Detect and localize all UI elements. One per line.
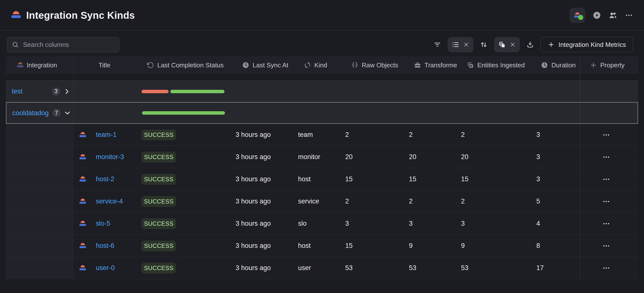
- column-label: Last Sync At: [252, 61, 288, 69]
- row-title-link[interactable]: service-4: [96, 198, 123, 205]
- column-label: Raw Objects: [362, 61, 398, 69]
- entities-ingested-value: 2: [461, 124, 465, 146]
- clear-cards-button[interactable]: [510, 41, 516, 48]
- group-link[interactable]: cooldatadog: [12, 109, 49, 117]
- completion-status-bar: [142, 111, 225, 115]
- row-menu-button[interactable]: [599, 213, 614, 235]
- cards-icon: [498, 41, 506, 49]
- row-title-link[interactable]: slo-5: [96, 220, 110, 227]
- status-bar-segment-failure: [142, 90, 169, 93]
- column-label: Last Completion Status: [157, 61, 224, 69]
- duration-value: 17: [536, 257, 544, 279]
- column-label: Property: [600, 61, 624, 69]
- table-row-user-0[interactable]: user-0SUCCESS3 hours agouser53535317: [6, 257, 638, 279]
- group-row-cooldatadog[interactable]: cooldatadog7: [6, 102, 638, 124]
- more-icon: [602, 175, 610, 183]
- group-row-test[interactable]: test3: [6, 80, 638, 102]
- download-button[interactable]: [526, 41, 534, 49]
- column-header-integration[interactable]: Integration: [17, 56, 57, 74]
- row-menu-button[interactable]: [599, 235, 614, 257]
- more-icon: [602, 131, 610, 139]
- column-header-last-completion-status[interactable]: Last Completion Status: [147, 56, 224, 74]
- status-badge: SUCCESS: [142, 196, 176, 207]
- table-row-host-2[interactable]: host-2SUCCESS3 hours agohost1515153: [6, 168, 638, 190]
- table-header-row: IntegrationTitleLast Completion StatusLa…: [6, 56, 638, 74]
- status-badge: SUCCESS: [142, 263, 176, 274]
- row-menu-button[interactable]: [599, 124, 614, 146]
- kind-value: team: [298, 124, 313, 146]
- toolbar-controls: Integration Kind Metrics: [433, 37, 633, 52]
- status-badge: SUCCESS: [142, 218, 176, 229]
- status-badge: SUCCESS: [142, 241, 176, 251]
- transformed-value: 2: [409, 124, 412, 146]
- column-header-last-sync-at[interactable]: Last Sync At: [242, 56, 288, 74]
- column-divider: [73, 56, 73, 279]
- more-icon: [602, 264, 610, 272]
- page-title: Integration Sync Kinds: [26, 10, 135, 21]
- pinned-column-bg: [6, 257, 73, 279]
- more-icon: [602, 198, 610, 205]
- table-row-monitor-3[interactable]: monitor-3SUCCESS3 hours agomonitor202020…: [6, 146, 638, 168]
- duration-value: 3: [536, 168, 540, 190]
- transformed-value: 20: [409, 146, 416, 168]
- table-row-host-6[interactable]: host-6SUCCESS3 hours agohost15998: [6, 235, 638, 257]
- row-title-link[interactable]: host-6: [96, 242, 114, 250]
- chevron-down-icon[interactable]: [64, 109, 71, 117]
- port-logo-icon: [80, 132, 86, 138]
- column-header-transforme[interactable]: Transforme: [414, 56, 457, 74]
- table-row-slo-5[interactable]: slo-5SUCCESS3 hours agoslo3334: [6, 213, 638, 235]
- port-logo-icon: [80, 243, 86, 249]
- column-header-entities-ingested[interactable]: Entities Ingested: [467, 56, 525, 74]
- search-icon: [12, 41, 19, 48]
- chevron-right-icon[interactable]: [63, 88, 70, 95]
- table-row-service-4[interactable]: service-4SUCCESS3 hours agoservice2225: [6, 190, 638, 213]
- history-icon: [147, 61, 154, 69]
- duration-value: 4: [536, 213, 540, 235]
- download-icon: [526, 41, 534, 49]
- row-menu-button[interactable]: [599, 146, 614, 168]
- kind-value: host: [298, 235, 311, 257]
- status-bar-segment-success: [142, 111, 225, 115]
- pinned-column-bg: [6, 146, 73, 168]
- search-columns-input[interactable]: [22, 41, 114, 49]
- port-logo-icon: [80, 265, 86, 271]
- status-badge: SUCCESS: [142, 152, 176, 163]
- row-title-link[interactable]: team-1: [96, 131, 116, 139]
- column-label: Duration: [552, 61, 576, 69]
- sort-button[interactable]: [480, 41, 488, 49]
- column-header-duration[interactable]: Duration: [541, 56, 576, 74]
- search-columns-box: [7, 37, 119, 52]
- row-title-link[interactable]: monitor-3: [96, 153, 124, 161]
- column-header-title[interactable]: Title: [98, 56, 110, 74]
- raw-objects-value: 3: [345, 213, 349, 235]
- row-menu-button[interactable]: [599, 168, 614, 190]
- column-header-raw-objects[interactable]: Raw Objects: [351, 56, 398, 74]
- table-row-team-1[interactable]: team-1SUCCESS3 hours agoteam2223: [6, 124, 638, 146]
- users-button[interactable]: [608, 11, 617, 20]
- pinned-column-bg: [6, 190, 73, 212]
- more-button[interactable]: [625, 11, 633, 19]
- completion-status-bar: [142, 90, 224, 93]
- column-header-kind[interactable]: Kind: [304, 56, 327, 74]
- row-menu-button[interactable]: [599, 190, 614, 212]
- raw-objects-value: 2: [345, 124, 349, 146]
- column-label: Title: [98, 61, 110, 69]
- filter-button[interactable]: [433, 41, 441, 49]
- column-header-property[interactable]: Property: [590, 56, 624, 74]
- row-menu-button[interactable]: [599, 257, 614, 279]
- row-title-link[interactable]: host-2: [96, 175, 114, 183]
- port-logo-icon: [80, 199, 86, 205]
- group-link[interactable]: test: [12, 88, 23, 95]
- list-icon: [452, 41, 460, 49]
- toolbar: Integration Kind Metrics: [0, 37, 644, 52]
- cards-icon: [498, 41, 506, 49]
- add-integration-kind-metrics-button[interactable]: Integration Kind Metrics: [540, 37, 633, 52]
- group-by-chip[interactable]: [448, 37, 473, 52]
- status-bar-segment-success: [170, 90, 224, 93]
- cards-chip[interactable]: [494, 37, 520, 52]
- play-button[interactable]: [593, 11, 601, 19]
- row-title-link[interactable]: user-0: [96, 264, 115, 272]
- transformed-value: 9: [409, 235, 412, 257]
- integration-status-button[interactable]: [570, 8, 585, 23]
- clear-group-by-button[interactable]: [463, 41, 470, 48]
